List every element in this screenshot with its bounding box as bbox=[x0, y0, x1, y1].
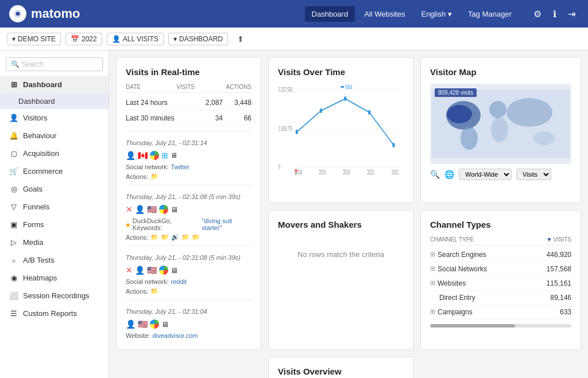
sidebar-item-goals[interactable]: ◎ Goals bbox=[0, 180, 109, 198]
acquisition-icon: ◻ bbox=[9, 149, 18, 158]
nav-dashboard[interactable]: Dashboard bbox=[305, 6, 355, 22]
sidebar-item-visitors[interactable]: 👤 Visitors bbox=[0, 109, 109, 127]
segment-selector[interactable]: 👤 ALL VISITS bbox=[107, 33, 164, 45]
row-30m-actions: 66 bbox=[223, 114, 252, 122]
sidebar-item-custom-reports[interactable]: ☰ Custom Reports bbox=[0, 305, 109, 322]
nav-icons: ⚙ ℹ ⇥ bbox=[530, 5, 579, 23]
flag-us: 🇺🇸 bbox=[147, 205, 157, 214]
ch-direct-visits: 89,146 bbox=[550, 294, 571, 302]
visit-time-3: Thursday, July 21, - 02:31:08 (5 min 39s… bbox=[126, 250, 252, 263]
visit-actions-label-1: Actions: 📁 bbox=[126, 172, 252, 181]
table-row: ⊞ Search Engines 446,920 bbox=[430, 248, 571, 262]
sidebar-sub-dashboard[interactable]: Dashboard bbox=[0, 93, 109, 109]
chevron-down-icon: ▾ bbox=[448, 10, 452, 18]
forms-icon: ▣ bbox=[9, 220, 18, 229]
visits-badge: 809,428 visits bbox=[435, 88, 477, 97]
visits-overview-title: Visits Overview bbox=[278, 367, 404, 376]
dashboard-label: DASHBOARD bbox=[179, 35, 223, 43]
ch-campaigns-label: Campaigns bbox=[438, 308, 473, 316]
line-chart: 3,257,550 1,628,775 0 2 bbox=[278, 84, 404, 176]
svg-text:Visits: Visits bbox=[345, 84, 353, 90]
sidebar-item-media[interactable]: ▷ Media bbox=[0, 233, 109, 251]
table-row: ⊞ Campaigns 633 bbox=[430, 305, 571, 319]
segment-label: ALL VISITS bbox=[123, 35, 158, 43]
monitor-icon-3: 🖥 bbox=[161, 320, 169, 329]
svg-point-1 bbox=[16, 12, 20, 16]
zoom-in-icon[interactable]: 🔍 bbox=[430, 170, 440, 179]
main-layout: 🔍 Search ⊞ Dashboard Dashboard 👤 Visitor… bbox=[0, 50, 588, 378]
movers-card: Movers and Shakers No rows match the cri… bbox=[268, 210, 413, 350]
header-visits: VISITS bbox=[166, 84, 195, 90]
expand-icon-2[interactable]: ⊞ bbox=[430, 265, 435, 272]
sidebar-item-behaviour[interactable]: 🔔 Behaviour bbox=[0, 127, 109, 145]
logo[interactable]: matomo bbox=[9, 5, 80, 22]
sidebar-item-heatmaps[interactable]: ◉ Heatmaps bbox=[0, 269, 109, 287]
visits-over-time-title: Visits Over Time bbox=[278, 67, 404, 77]
expand-icon[interactable]: ⊞ bbox=[430, 251, 435, 258]
twitter-link[interactable]: Twitter bbox=[171, 163, 189, 170]
metric-select[interactable]: Visits bbox=[516, 169, 551, 180]
nav-language[interactable]: English ▾ bbox=[414, 6, 459, 22]
sidebar-item-acquisition[interactable]: ◻ Acquisition bbox=[0, 145, 109, 162]
visits-overview-card: Visits Overview bbox=[268, 357, 413, 378]
ch-header-type: CHANNEL TYPE bbox=[430, 236, 474, 243]
visit-time-2: Thursday, July 21, - 02:31:08 (5 min 39s… bbox=[126, 189, 252, 202]
sidebar-item-abtests[interactable]: ⬦ A/B Tests bbox=[0, 251, 109, 269]
sidebar-sub-dashboard-label: Dashboard bbox=[18, 97, 55, 106]
windows-icon: ⊞ bbox=[161, 151, 168, 160]
sidebar-item-funnels[interactable]: ▽ Funnels bbox=[0, 198, 109, 216]
visitor-map-title: Visitor Map bbox=[430, 67, 571, 77]
collapse-button[interactable]: ⬆ bbox=[233, 33, 249, 45]
nav-tag-manager[interactable]: Tag Manager bbox=[461, 6, 519, 22]
table-row: ⊞ Websites 115,161 bbox=[430, 276, 571, 291]
keyword-link[interactable]: "diving suit starter" bbox=[202, 217, 252, 231]
year-label: 2022 bbox=[82, 35, 97, 43]
row-30m-visits: 34 bbox=[194, 114, 223, 122]
ch-header-visits: ▼ VISITS bbox=[546, 236, 571, 243]
visit-time-4: Thursday, July 21, - 02:31:04 bbox=[126, 303, 252, 317]
svg-text:📅: 📅 bbox=[294, 169, 298, 176]
person-icon-2: 👤 bbox=[135, 205, 145, 214]
dashboard-selector[interactable]: ▾ DASHBOARD bbox=[168, 33, 228, 45]
ch-direct-label: Direct Entry bbox=[439, 294, 475, 302]
svg-text:1,628,775: 1,628,775 bbox=[278, 126, 293, 132]
info-icon[interactable]: ℹ bbox=[550, 5, 560, 23]
sort-icon: ▼ bbox=[546, 236, 552, 243]
search-box[interactable]: 🔍 Search bbox=[6, 57, 103, 71]
sidebar-item-forms[interactable]: ▣ Forms bbox=[0, 216, 109, 233]
expand-icon-4[interactable]: ⊞ bbox=[430, 308, 435, 315]
map-svg bbox=[432, 89, 570, 158]
ch-websites-visits: 115,161 bbox=[547, 279, 571, 287]
row-24h-visits: 2,087 bbox=[194, 99, 223, 107]
expand-icon-3[interactable]: ⊞ bbox=[430, 279, 435, 287]
svg-point-25 bbox=[489, 101, 506, 118]
row-24h-label: Last 24 hours bbox=[126, 99, 194, 107]
logout-icon[interactable]: ⇥ bbox=[564, 5, 579, 23]
desktop-icon: 🖥 bbox=[171, 151, 177, 159]
folder-icon: 📁 bbox=[150, 173, 158, 180]
sidebar-item-ecommerce[interactable]: 🛒 Ecommerce bbox=[0, 162, 109, 180]
sidebar-item-session-recordings[interactable]: ⬜ Session Recordings bbox=[0, 287, 109, 305]
ch-social-label: Social Networks bbox=[438, 265, 487, 273]
search-placeholder: Search bbox=[22, 60, 44, 68]
nav-all-websites[interactable]: All Websites bbox=[357, 6, 412, 22]
scroll-bar[interactable] bbox=[430, 324, 571, 328]
folder-icon-4: 📁 bbox=[181, 233, 189, 241]
table-row: ⊞ Social Networks 157,568 bbox=[430, 262, 571, 276]
sidebar-item-dashboard[interactable]: ⊞ Dashboard bbox=[0, 76, 109, 93]
reddit-link[interactable]: reddit bbox=[171, 278, 187, 285]
visit-actions-label-2: Actions: 📁 📁 🔊 📁 📁 bbox=[126, 232, 252, 242]
site-selector[interactable]: ▾ DEMO SITE bbox=[7, 33, 61, 45]
ch-campaigns: ⊞ Campaigns bbox=[430, 308, 473, 316]
scroll-thumb bbox=[430, 324, 515, 328]
visit-icons-4: 👤 🇺🇸 🖥 bbox=[126, 317, 252, 331]
sidebar-label-ecommerce: Ecommerce bbox=[23, 167, 63, 176]
ch-search-visits: 446,920 bbox=[547, 251, 571, 259]
map-controls: 🔍 🌐 World-Wide Visits bbox=[430, 169, 571, 180]
table-row: Last 24 hours 2,087 3,448 bbox=[126, 95, 252, 111]
website-link[interactable]: diveadvisor.com bbox=[153, 332, 198, 339]
gear-icon[interactable]: ⚙ bbox=[530, 5, 545, 23]
region-select[interactable]: World-Wide bbox=[459, 169, 512, 180]
year-selector[interactable]: 📅 2022 bbox=[65, 33, 102, 45]
channel-types-title: Channel Types bbox=[430, 220, 571, 229]
